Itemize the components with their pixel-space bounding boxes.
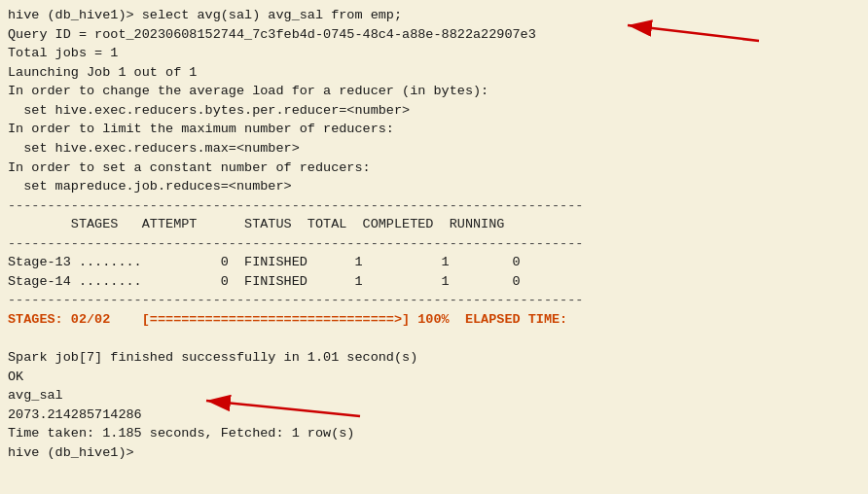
stage-13-row: Stage-13 ........ 0 FINISHED 1 1 0 <box>8 253 860 272</box>
terminal-window: hive (db_hive1)> select avg(sal) avg_sal… <box>0 0 868 494</box>
line-set1: set hive.exec.reducers.bytes.per.reducer… <box>8 101 860 121</box>
line-command: hive (db_hive1)> select avg(sal) avg_sal… <box>8 6 860 25</box>
line-set3: set mapreduce.job.reduces=<number> <box>8 177 860 196</box>
line-totaljobs: Total jobs = 1 <box>8 44 860 63</box>
divider-bot: ----------------------------------------… <box>8 291 860 310</box>
final-prompt: hive (db_hive1)> <box>8 443 860 463</box>
ok-line: OK <box>8 368 860 387</box>
line-constant-reducers: In order to set a constant number of red… <box>8 159 860 178</box>
line-avg-load: In order to change the average load for … <box>8 82 860 101</box>
table-header-row: STAGES ATTEMPT STATUS TOTAL COMPLETED RU… <box>8 215 860 234</box>
line-launching: Launching Job 1 out of 1 <box>8 63 860 83</box>
line-set2: set hive.exec.reducers.max=<number> <box>8 139 860 159</box>
avg-sal-label: avg_sal <box>8 386 860 406</box>
terminal-content: hive (db_hive1)> select avg(sal) avg_sal… <box>8 6 860 463</box>
stage-14-row: Stage-14 ........ 0 FINISHED 1 1 0 <box>8 272 860 292</box>
avg-sal-value: 2073.214285714286 <box>8 406 860 425</box>
blank-line <box>8 330 860 349</box>
divider-mid: ----------------------------------------… <box>8 234 860 254</box>
line-limit-reducers: In order to limit the maximum number of … <box>8 120 860 139</box>
stages-progress-line: STAGES: 02/02 [=========================… <box>8 310 860 330</box>
spark-success-line: Spark job[7] finished successfully in 1.… <box>8 348 860 368</box>
divider-top: ----------------------------------------… <box>8 196 860 216</box>
time-taken-line: Time taken: 1.185 seconds, Fetched: 1 ro… <box>8 424 860 443</box>
line-queryid: Query ID = root_20230608152744_7c3feb4d-… <box>8 25 860 45</box>
